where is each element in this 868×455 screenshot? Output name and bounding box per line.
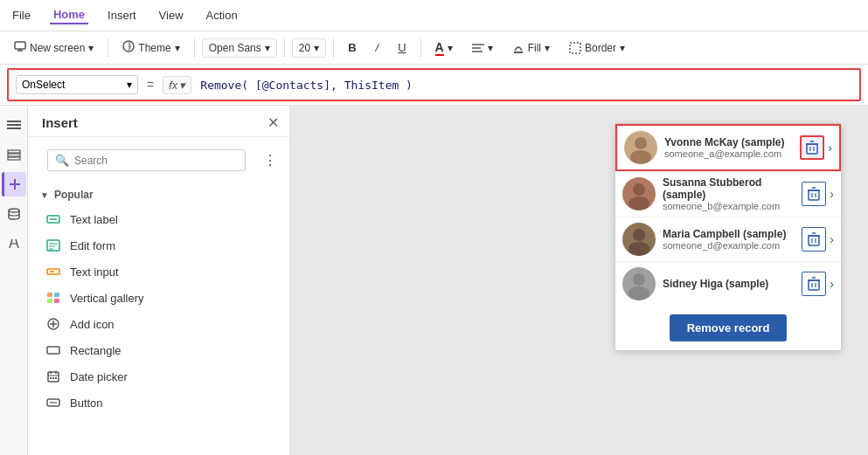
remove-record-button[interactable]: Remove record	[670, 314, 788, 341]
trash-button-1[interactable]	[802, 182, 826, 206]
panel-menu-icon[interactable]: ⋮	[260, 152, 281, 169]
list-item-text-label[interactable]: Text label	[28, 206, 289, 232]
add-icon-item-label: Add icon	[70, 318, 115, 331]
menu-action[interactable]: Action	[203, 7, 241, 24]
contact-avatar-0	[624, 131, 657, 164]
font-size-label: 20	[299, 42, 310, 54]
fill-chevron: ▾	[545, 42, 550, 54]
contact-actions-1: ›	[802, 182, 834, 206]
chevron-right-1[interactable]: ›	[830, 187, 834, 201]
font-family-dropdown[interactable]: Open Sans ▾	[202, 38, 277, 58]
contact-info-1: Susanna Stubberod (sample) someone_b@exa…	[663, 176, 795, 211]
toolbar-separator-1	[108, 38, 108, 58]
border-icon	[569, 42, 581, 54]
insert-panel: Insert ✕ 🔍 ⋮ ▼ Popular	[28, 106, 290, 455]
list-item-add-icon[interactable]: Add icon	[28, 311, 289, 337]
insert-close-button[interactable]: ✕	[267, 114, 279, 131]
gallery-item-label: Vertical gallery	[70, 292, 144, 305]
italic-button[interactable]: /	[369, 38, 386, 58]
fill-label: Fill	[528, 42, 541, 54]
button-icon-item	[45, 395, 61, 410]
trash-icon-0	[806, 141, 818, 155]
trash-icon-1	[808, 187, 820, 201]
chevron-right-3[interactable]: ›	[830, 277, 834, 291]
menu-home[interactable]: Home	[50, 6, 88, 24]
data-button[interactable]	[2, 202, 26, 226]
contact-actions-2: ›	[802, 227, 834, 252]
svg-rect-0	[15, 42, 25, 49]
list-item-rectangle[interactable]: Rectangle	[28, 337, 289, 363]
contact-email-2: someone_d@example.com	[663, 240, 795, 251]
new-screen-button[interactable]: New screen ▾	[7, 38, 101, 58]
font-family-chevron: ▾	[265, 42, 270, 54]
trash-button-2[interactable]	[802, 227, 826, 252]
variables-button[interactable]	[2, 231, 26, 256]
align-chevron: ▾	[488, 42, 493, 54]
toolbar: New screen ▾ Theme ▾ Open Sans ▾ 20 ▾ B …	[0, 31, 868, 65]
svg-rect-69	[809, 280, 819, 290]
gallery-icon	[45, 290, 61, 306]
menu-file[interactable]: File	[9, 7, 34, 24]
bold-button[interactable]: B	[341, 38, 363, 58]
contact-info-2: Maria Campbell (sample) someone_d@exampl…	[663, 228, 795, 251]
list-item-edit-form[interactable]: Edit form	[28, 232, 289, 259]
chevron-right-0[interactable]: ›	[828, 141, 832, 155]
svg-point-60	[633, 229, 645, 241]
contact-row-0[interactable]: Yvonne McKay (sample) someone_a@example.…	[615, 124, 841, 171]
menu-view[interactable]: View	[156, 7, 187, 24]
layers-button[interactable]	[2, 142, 26, 167]
list-item-button[interactable]: Button	[28, 390, 289, 416]
align-button[interactable]: ▾	[465, 38, 500, 58]
text-label-item-label: Text label	[70, 213, 118, 226]
formula-bar: OnSelect ▾ = fx ▾	[7, 68, 861, 101]
underline-button[interactable]: U	[391, 38, 413, 58]
contact-info-0: Yvonne McKay (sample) someone_a@example.…	[664, 136, 793, 159]
search-box: 🔍	[47, 149, 246, 171]
section-popular-label: Popular	[54, 189, 94, 201]
trash-button-0[interactable]	[800, 135, 824, 160]
list-item-date-picker[interactable]: Date picker	[28, 363, 289, 390]
list-item-text-input[interactable]: Text input	[28, 259, 289, 285]
svg-point-67	[633, 273, 645, 286]
contact-avatar-2	[622, 223, 656, 256]
svg-point-17	[9, 209, 19, 212]
contact-row-2[interactable]: Maria Campbell (sample) someone_d@exampl…	[615, 217, 841, 262]
trash-icon-3	[808, 277, 820, 291]
trash-button-3[interactable]	[802, 272, 826, 296]
theme-button[interactable]: Theme ▾	[115, 37, 186, 59]
svg-point-46	[635, 137, 647, 149]
edit-form-item-label: Edit form	[70, 239, 115, 252]
fill-button[interactable]: Fill ▾	[505, 38, 557, 58]
contact-info-3: Sidney Higa (sample)	[663, 278, 795, 290]
svg-point-68	[628, 286, 649, 300]
contact-avatar-1	[622, 177, 656, 210]
section-chevron: ▼	[40, 190, 49, 200]
border-button[interactable]: Border ▾	[562, 38, 632, 58]
sidebar-toggle-button[interactable]	[2, 113, 26, 137]
formula-input[interactable]	[197, 79, 852, 92]
font-size-dropdown[interactable]: 20 ▾	[292, 38, 326, 58]
trash-icon-2	[808, 232, 820, 246]
insert-header: Insert ✕	[28, 106, 289, 137]
chevron-right-2[interactable]: ›	[830, 232, 834, 246]
database-icon	[8, 208, 20, 220]
section-popular-header[interactable]: ▼ Popular	[28, 183, 289, 206]
font-color-button[interactable]: A ▾	[428, 37, 460, 59]
font-name-label: Open Sans	[209, 42, 261, 54]
contact-row-1[interactable]: Susanna Stubberod (sample) someone_b@exa…	[615, 171, 841, 217]
left-sidebar	[0, 106, 28, 455]
contact-list-widget: Yvonne McKay (sample) someone_a@example.…	[615, 123, 842, 351]
canvas-area: Yvonne McKay (sample) someone_a@example.…	[290, 106, 868, 455]
search-input[interactable]	[74, 155, 238, 167]
insert-button[interactable]	[2, 172, 26, 196]
toolbar-separator-3	[284, 38, 285, 58]
list-item-vertical-gallery[interactable]: Vertical gallery	[28, 285, 289, 311]
fx-button[interactable]: fx ▾	[163, 76, 191, 94]
property-dropdown[interactable]: OnSelect ▾	[16, 75, 138, 94]
layers-icon	[7, 148, 21, 161]
menu-insert[interactable]: Insert	[104, 7, 140, 24]
contact-row-3[interactable]: Sidney Higa (sample) ›	[615, 262, 841, 306]
svg-rect-43	[55, 377, 57, 379]
svg-rect-13	[8, 154, 20, 156]
rectangle-icon	[45, 342, 61, 358]
